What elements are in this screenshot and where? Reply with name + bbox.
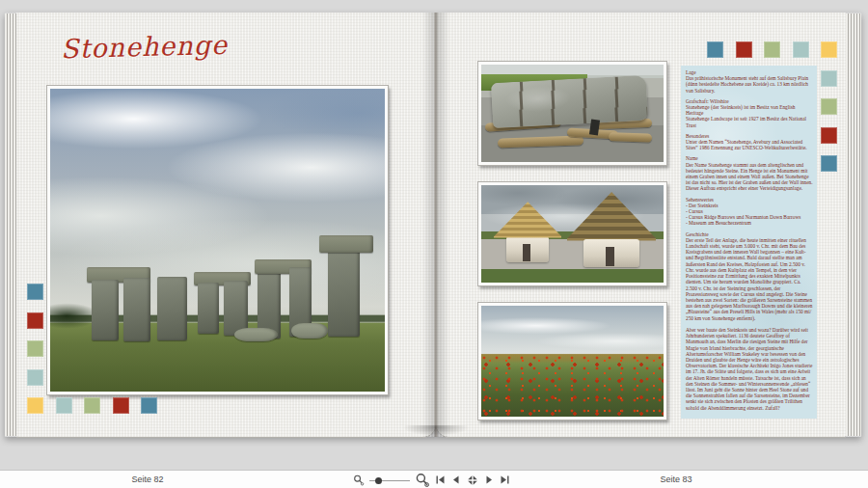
sarsen-stone-sledge-photo[interactable] [477, 61, 667, 166]
viewer-controls [353, 471, 510, 488]
info-section-body: Der Name Stonehenge stammt aus dem alten… [686, 162, 813, 192]
accent-square-light_blue [793, 41, 809, 58]
stonehenge-stone-circle-photo[interactable] [46, 85, 389, 395]
page-stack-left-edge [5, 14, 16, 436]
info-section: LageDas prähistorische Monument steht au… [686, 69, 813, 94]
info-section: Grafschaft: WiltshireStonehenge (der Ste… [686, 98, 813, 128]
accent-square-green [84, 397, 100, 414]
accent-square-red [736, 41, 752, 58]
zoom-in-icon[interactable] [415, 473, 430, 488]
log-shape [498, 135, 583, 148]
right-page-number-label: Seite 83 [646, 474, 706, 484]
info-section-body: Unter dem Namen “Stonehenge, Avebury and… [686, 139, 813, 150]
accent-square-yellow [821, 41, 837, 58]
info-section: BesonderesUnter dem Namen “Stonehenge, A… [686, 133, 813, 151]
accent-square-green [821, 98, 837, 115]
info-section: NameDer Name Stonehenge stammt aus dem a… [686, 155, 813, 191]
info-section-body: Stonehenge (der Steinkreis) ist im Besit… [686, 104, 813, 128]
accent-square-teal [707, 41, 723, 58]
accent-square-light_blue [56, 397, 72, 414]
first-page-icon[interactable] [435, 474, 446, 485]
info-section: GeschichteDer erste Teil der Anlage, die… [686, 231, 813, 411]
poppy-dots [481, 355, 664, 417]
stone-shape [123, 278, 150, 341]
accent-square-green [27, 340, 43, 357]
stone-shape [92, 280, 119, 340]
neolithic-huts-photo[interactable] [477, 181, 667, 286]
accent-square-light_blue [821, 70, 837, 87]
stonehenge-photo-canvas [50, 89, 385, 392]
accent-square-light_blue [27, 369, 43, 386]
stone-shape [157, 277, 187, 340]
left-page-number-label: Seite 82 [118, 474, 177, 484]
photobook-spread: Stonehenge [5, 13, 861, 437]
bottom-toolbar: Seite 82 Seite 83 [0, 470, 868, 488]
info-section-body: Der erste Teil der Anlage, die heute inm… [686, 237, 813, 411]
zoom-slider[interactable] [369, 475, 410, 485]
page-title: Stonehenge [61, 30, 229, 65]
info-text-panel[interactable]: LageDas prähistorische Monument steht au… [681, 66, 817, 419]
log-shape [609, 132, 653, 143]
hut-roof-shape [494, 202, 561, 237]
accent-strip-left-vertical [27, 284, 43, 414]
previous-page-icon[interactable] [450, 474, 461, 485]
last-page-icon[interactable] [500, 474, 510, 485]
fallen-stone-shape [234, 328, 278, 341]
accent-strip-right-top [707, 41, 837, 58]
zoom-out-icon[interactable] [353, 474, 365, 486]
stone-shape [198, 283, 220, 334]
accent-square-red [113, 397, 129, 414]
fallen-stone-shape [291, 323, 328, 339]
accent-square-teal [27, 284, 43, 300]
info-section-body: Das prähistorische Monument steht auf de… [686, 75, 813, 94]
accent-square-red [821, 127, 837, 144]
stone-shape [328, 246, 360, 337]
accent-square-teal [141, 397, 157, 414]
accent-square-teal [821, 155, 837, 172]
poppy-field-photo[interactable] [477, 302, 667, 420]
sledge-photo-canvas [481, 65, 664, 162]
info-section-body: - Der Steinkreis - Cursus - Cursus Ridge… [686, 203, 813, 227]
page-stack-right-edge [846, 14, 861, 436]
huts-photo-canvas [481, 185, 664, 283]
accent-strip-right-vertical [821, 41, 837, 172]
accent-square-green [764, 41, 780, 58]
info-section: Sehenswertes- Der Steinkreis - Cursus - … [686, 197, 813, 227]
poppy-photo-canvas [481, 306, 664, 417]
hut-roof-shape [567, 192, 657, 241]
accent-square-red [27, 312, 43, 329]
left-page: Stonehenge [16, 13, 436, 438]
fit-page-icon[interactable] [466, 474, 479, 487]
accent-strip-left-bottom [27, 397, 157, 414]
next-page-icon[interactable] [484, 474, 495, 485]
megalith-shape [491, 75, 648, 129]
hut-door-shape [523, 244, 530, 261]
accent-square-yellow [27, 397, 43, 414]
stone-lintel-shape [319, 235, 373, 252]
hut-door-shape [606, 247, 614, 266]
right-page: LageDas prähistorische Monument steht au… [436, 13, 846, 438]
zoom-slider-handle[interactable] [375, 477, 382, 484]
